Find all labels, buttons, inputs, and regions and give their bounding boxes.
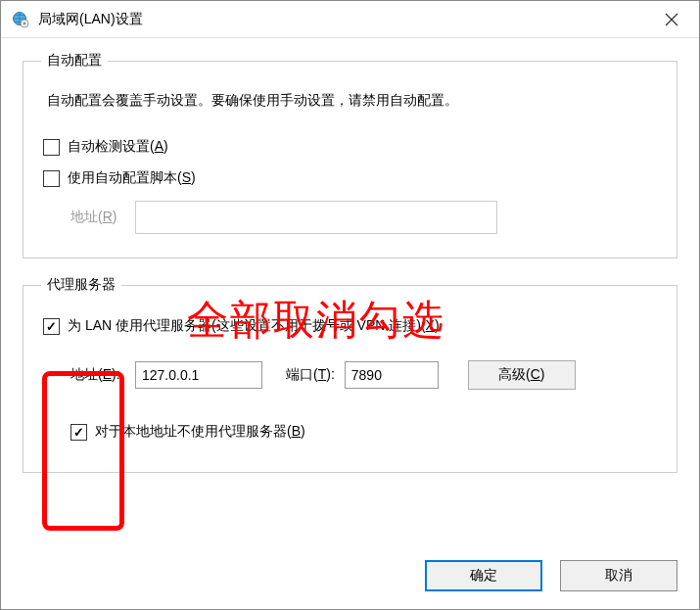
proxy-legend: 代理服务器	[41, 276, 121, 294]
auto-detect-row[interactable]: 自动检测设置(A)	[43, 138, 659, 156]
script-address-input	[135, 201, 497, 234]
bypass-local-checkbox[interactable]	[70, 424, 87, 441]
proxy-port-input[interactable]	[345, 361, 439, 389]
globe-settings-icon	[11, 10, 30, 29]
auto-config-group: 自动配置 自动配置会覆盖手动设置。要确保使用手动设置，请禁用自动配置。 自动检测…	[23, 52, 677, 258]
close-icon	[665, 13, 678, 26]
proxy-address-row: 地址(E): 端口(T): 高级(C)	[41, 360, 659, 390]
dialog-footer: 确定 取消	[1, 550, 699, 609]
use-script-checkbox[interactable]	[43, 170, 60, 187]
proxy-address-input[interactable]	[135, 361, 262, 389]
ok-button[interactable]: 确定	[425, 560, 542, 591]
script-address-row: 地址(R)	[41, 201, 659, 234]
window-title: 局域网(LAN)设置	[38, 11, 652, 28]
auto-detect-checkbox[interactable]	[43, 139, 60, 156]
auto-config-description: 自动配置会覆盖手动设置。要确保使用手动设置，请禁用自动配置。	[47, 89, 659, 111]
advanced-button[interactable]: 高级(C)	[468, 360, 576, 390]
use-script-label: 使用自动配置脚本(S)	[68, 169, 196, 187]
cancel-button[interactable]: 取消	[560, 560, 677, 591]
proxy-address-label: 地址(E):	[70, 366, 135, 384]
bypass-local-label: 对于本地地址不使用代理服务器(B)	[95, 423, 305, 441]
proxy-port-label: 端口(T):	[286, 366, 335, 384]
script-address-label: 地址(R)	[70, 209, 135, 226]
lan-settings-dialog: 局域网(LAN)设置 自动配置 自动配置会覆盖手动设置。要确保使用手动设置，请禁…	[0, 0, 700, 610]
auto-detect-label: 自动检测设置(A)	[68, 138, 168, 156]
proxy-group: 代理服务器 为 LAN 使用代理服务器(这些设置不用于拨号或 VPN 连接)(X…	[23, 276, 677, 473]
titlebar: 局域网(LAN)设置	[1, 1, 699, 38]
use-proxy-row[interactable]: 为 LAN 使用代理服务器(这些设置不用于拨号或 VPN 连接)(X)	[43, 317, 659, 335]
use-proxy-label: 为 LAN 使用代理服务器(这些设置不用于拨号或 VPN 连接)(X)	[68, 317, 440, 335]
auto-config-legend: 自动配置	[41, 52, 108, 70]
close-button[interactable]	[652, 5, 691, 34]
bypass-local-row[interactable]: 对于本地地址不使用代理服务器(B)	[70, 423, 659, 441]
use-script-row[interactable]: 使用自动配置脚本(S)	[43, 169, 659, 187]
dialog-content: 自动配置 自动配置会覆盖手动设置。要确保使用手动设置，请禁用自动配置。 自动检测…	[1, 38, 699, 550]
svg-point-2	[23, 22, 26, 24]
use-proxy-checkbox[interactable]	[43, 318, 60, 335]
